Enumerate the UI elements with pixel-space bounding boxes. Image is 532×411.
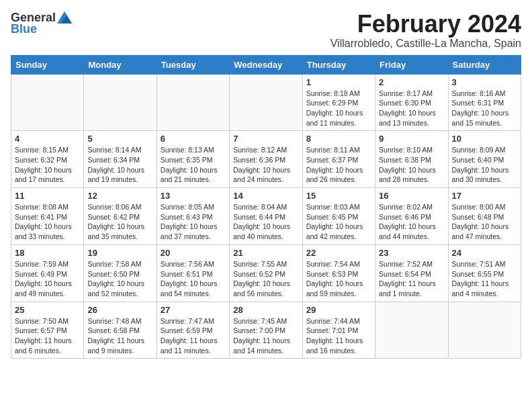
table-row: 2Sunrise: 8:17 AM Sunset: 6:30 PM Daylig… (375, 74, 448, 131)
day-info: Sunrise: 7:51 AM Sunset: 6:55 PM Dayligh… (452, 259, 517, 299)
day-info: Sunrise: 7:54 AM Sunset: 6:53 PM Dayligh… (306, 259, 371, 299)
day-info: Sunrise: 8:13 AM Sunset: 6:35 PM Dayligh… (161, 145, 226, 185)
day-number: 28 (233, 305, 298, 315)
col-friday: Friday (375, 55, 448, 74)
table-row: 29Sunrise: 7:44 AM Sunset: 7:01 PM Dayli… (302, 302, 375, 359)
day-info: Sunrise: 7:56 AM Sunset: 6:51 PM Dayligh… (161, 259, 226, 299)
day-info: Sunrise: 8:09 AM Sunset: 6:40 PM Dayligh… (452, 145, 517, 185)
day-number: 4 (15, 134, 80, 144)
table-row: 8Sunrise: 8:11 AM Sunset: 6:37 PM Daylig… (302, 131, 375, 188)
table-row: 18Sunrise: 7:59 AM Sunset: 6:49 PM Dayli… (11, 244, 84, 302)
table-row: 3Sunrise: 8:16 AM Sunset: 6:31 PM Daylig… (448, 74, 521, 131)
table-row: 17Sunrise: 8:00 AM Sunset: 6:48 PM Dayli… (448, 188, 521, 245)
table-row: 14Sunrise: 8:04 AM Sunset: 6:44 PM Dayli… (230, 188, 302, 245)
table-row: 15Sunrise: 8:03 AM Sunset: 6:45 PM Dayli… (302, 188, 375, 245)
day-info: Sunrise: 8:18 AM Sunset: 6:29 PM Dayligh… (306, 89, 371, 128)
main-title: February 2024 (330, 11, 521, 38)
calendar-table: Sunday Monday Tuesday Wednesday Thursday… (11, 55, 521, 359)
day-number: 24 (452, 248, 517, 258)
day-info: Sunrise: 8:00 AM Sunset: 6:48 PM Dayligh… (452, 202, 517, 242)
day-number: 1 (306, 77, 371, 87)
day-number: 19 (87, 248, 152, 258)
day-number: 9 (379, 134, 444, 144)
day-number: 13 (161, 191, 226, 201)
col-saturday: Saturday (448, 55, 521, 74)
col-tuesday: Tuesday (157, 55, 229, 74)
col-thursday: Thursday (302, 55, 375, 74)
day-number: 25 (15, 305, 80, 315)
table-row (11, 74, 84, 131)
day-info: Sunrise: 8:02 AM Sunset: 6:46 PM Dayligh… (379, 202, 444, 242)
page-header: General Blue February 2024 Villarrobledo… (11, 11, 521, 50)
table-row: 27Sunrise: 7:47 AM Sunset: 6:59 PM Dayli… (157, 302, 229, 359)
table-row: 19Sunrise: 7:58 AM Sunset: 6:50 PM Dayli… (84, 244, 157, 302)
day-info: Sunrise: 7:52 AM Sunset: 6:54 PM Dayligh… (379, 259, 444, 299)
table-row: 4Sunrise: 8:15 AM Sunset: 6:32 PM Daylig… (11, 131, 84, 188)
day-info: Sunrise: 8:10 AM Sunset: 6:38 PM Dayligh… (379, 145, 444, 185)
calendar-body: 1Sunrise: 8:18 AM Sunset: 6:29 PM Daylig… (11, 74, 521, 359)
table-row: 13Sunrise: 8:05 AM Sunset: 6:43 PM Dayli… (157, 188, 229, 245)
day-info: Sunrise: 7:45 AM Sunset: 7:00 PM Dayligh… (233, 316, 298, 356)
day-info: Sunrise: 7:44 AM Sunset: 7:01 PM Dayligh… (306, 316, 371, 356)
table-row: 26Sunrise: 7:48 AM Sunset: 6:58 PM Dayli… (84, 302, 157, 359)
day-number: 15 (306, 191, 371, 201)
table-row: 1Sunrise: 8:18 AM Sunset: 6:29 PM Daylig… (302, 74, 375, 131)
table-row (448, 302, 521, 359)
col-monday: Monday (84, 55, 157, 74)
table-row: 28Sunrise: 7:45 AM Sunset: 7:00 PM Dayli… (230, 302, 302, 359)
table-row (157, 74, 229, 131)
day-info: Sunrise: 7:58 AM Sunset: 6:50 PM Dayligh… (87, 259, 152, 299)
table-row (230, 74, 302, 131)
day-number: 5 (87, 134, 152, 144)
table-row: 25Sunrise: 7:50 AM Sunset: 6:57 PM Dayli… (11, 302, 84, 359)
day-info: Sunrise: 8:03 AM Sunset: 6:45 PM Dayligh… (306, 202, 371, 242)
col-wednesday: Wednesday (230, 55, 302, 74)
table-row: 24Sunrise: 7:51 AM Sunset: 6:55 PM Dayli… (448, 244, 521, 302)
table-row: 6Sunrise: 8:13 AM Sunset: 6:35 PM Daylig… (157, 131, 229, 188)
logo-blue-text: Blue (11, 22, 37, 36)
day-number: 18 (15, 248, 80, 258)
day-info: Sunrise: 8:05 AM Sunset: 6:43 PM Dayligh… (161, 202, 226, 242)
day-info: Sunrise: 8:08 AM Sunset: 6:41 PM Dayligh… (15, 202, 80, 242)
day-number: 26 (87, 305, 152, 315)
day-number: 20 (161, 248, 226, 258)
day-number: 17 (452, 191, 517, 201)
logo: General Blue (11, 11, 72, 36)
day-number: 22 (306, 248, 371, 258)
table-row: 10Sunrise: 8:09 AM Sunset: 6:40 PM Dayli… (448, 131, 521, 188)
table-row (375, 302, 448, 359)
day-number: 27 (161, 305, 226, 315)
day-info: Sunrise: 8:15 AM Sunset: 6:32 PM Dayligh… (15, 145, 80, 185)
day-number: 6 (161, 134, 226, 144)
day-info: Sunrise: 7:55 AM Sunset: 6:52 PM Dayligh… (233, 259, 298, 299)
day-number: 8 (306, 134, 371, 144)
day-number: 11 (15, 191, 80, 201)
day-number: 12 (87, 191, 152, 201)
day-info: Sunrise: 8:16 AM Sunset: 6:31 PM Dayligh… (452, 89, 517, 128)
col-sunday: Sunday (11, 55, 84, 74)
table-row: 22Sunrise: 7:54 AM Sunset: 6:53 PM Dayli… (302, 244, 375, 302)
day-number: 16 (379, 191, 444, 201)
subtitle: Villarrobledo, Castille-La Mancha, Spain (330, 38, 521, 50)
day-number: 14 (233, 191, 298, 201)
day-info: Sunrise: 7:50 AM Sunset: 6:57 PM Dayligh… (15, 316, 80, 356)
day-info: Sunrise: 8:04 AM Sunset: 6:44 PM Dayligh… (233, 202, 298, 242)
table-row: 21Sunrise: 7:55 AM Sunset: 6:52 PM Dayli… (230, 244, 302, 302)
table-row: 5Sunrise: 8:14 AM Sunset: 6:34 PM Daylig… (84, 131, 157, 188)
day-info: Sunrise: 8:11 AM Sunset: 6:37 PM Dayligh… (306, 145, 371, 185)
day-number: 21 (233, 248, 298, 258)
calendar-header: Sunday Monday Tuesday Wednesday Thursday… (11, 55, 521, 74)
logo-icon (57, 11, 72, 24)
day-number: 10 (452, 134, 517, 144)
table-row: 16Sunrise: 8:02 AM Sunset: 6:46 PM Dayli… (375, 188, 448, 245)
day-info: Sunrise: 8:12 AM Sunset: 6:36 PM Dayligh… (233, 145, 298, 185)
table-row: 12Sunrise: 8:06 AM Sunset: 6:42 PM Dayli… (84, 188, 157, 245)
day-number: 3 (452, 77, 517, 87)
day-info: Sunrise: 7:47 AM Sunset: 6:59 PM Dayligh… (161, 316, 226, 356)
table-row: 9Sunrise: 8:10 AM Sunset: 6:38 PM Daylig… (375, 131, 448, 188)
table-row: 7Sunrise: 8:12 AM Sunset: 6:36 PM Daylig… (230, 131, 302, 188)
table-row: 23Sunrise: 7:52 AM Sunset: 6:54 PM Dayli… (375, 244, 448, 302)
table-row (84, 74, 157, 131)
day-info: Sunrise: 8:17 AM Sunset: 6:30 PM Dayligh… (379, 89, 444, 128)
day-info: Sunrise: 7:59 AM Sunset: 6:49 PM Dayligh… (15, 259, 80, 299)
